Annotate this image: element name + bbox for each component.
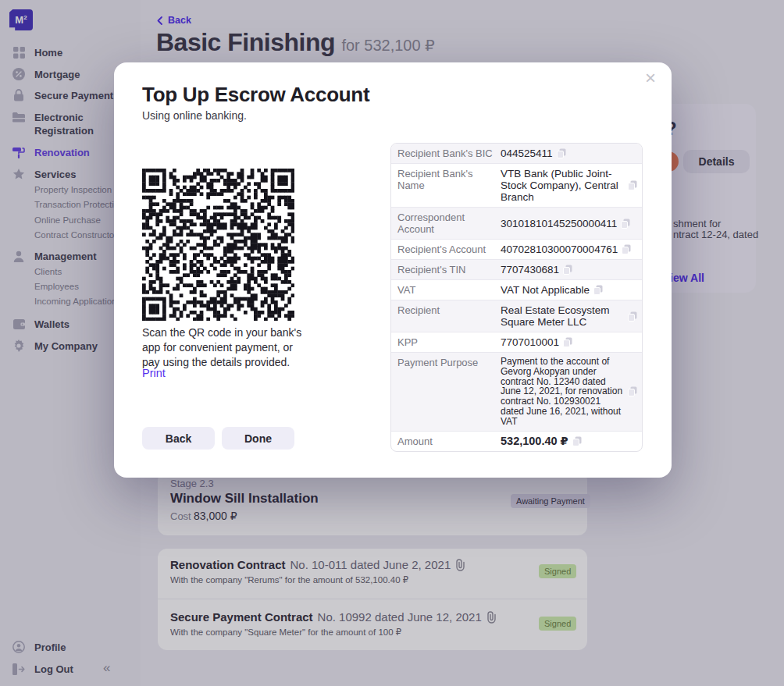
copy-icon[interactable]: [621, 219, 630, 229]
copy-icon[interactable]: [628, 386, 637, 396]
copy-icon[interactable]: [563, 337, 572, 347]
modal-done-button[interactable]: Done: [222, 427, 294, 450]
copy-icon[interactable]: [628, 180, 637, 190]
detail-row-bank-name: Recipient Bank's Name VTB Bank (Public J…: [391, 163, 642, 207]
detail-row-kpp: KPP 7707010001: [391, 332, 642, 352]
copy-icon[interactable]: [593, 285, 603, 295]
copy-icon[interactable]: [557, 148, 566, 158]
copy-icon[interactable]: [622, 244, 631, 254]
print-link[interactable]: Print: [142, 367, 166, 379]
modal-back-button[interactable]: Back: [142, 427, 215, 450]
modal-title: Top Up Escrow Account: [142, 83, 369, 107]
top-up-escrow-modal: × Top Up Escrow Account Using online ban…: [114, 62, 672, 478]
qr-caption: Scan the QR code in your bank's app for …: [142, 325, 312, 370]
copy-icon[interactable]: [572, 436, 582, 446]
modal-subtitle: Using online banking.: [142, 109, 247, 122]
copy-icon[interactable]: [563, 265, 572, 275]
payment-details-table: Recipient Bank's BIC 044525411 Recipient…: [390, 143, 643, 452]
detail-row-bic: Recipient Bank's BIC 044525411: [391, 144, 642, 163]
detail-row-amount: Amount 532,100.40 ₽: [391, 431, 642, 451]
detail-row-correspondent-account: Correspondent Account 301018101452500004…: [391, 207, 642, 239]
copy-icon[interactable]: [628, 311, 637, 322]
detail-row-vat: VAT VAT Not Applicable: [391, 279, 642, 300]
detail-row-recipient: Recipient Real Estate Ecosystem Square M…: [391, 300, 642, 332]
detail-row-recipient-account: Recipient's Account 40702810300070004761: [391, 239, 642, 259]
detail-row-tin: Recipient's TIN 7707430681: [391, 259, 642, 279]
detail-row-payment-purpose: Payment Purpose Payment to the account o…: [391, 352, 642, 431]
qr-code: [142, 169, 294, 321]
close-icon[interactable]: ×: [640, 64, 661, 92]
